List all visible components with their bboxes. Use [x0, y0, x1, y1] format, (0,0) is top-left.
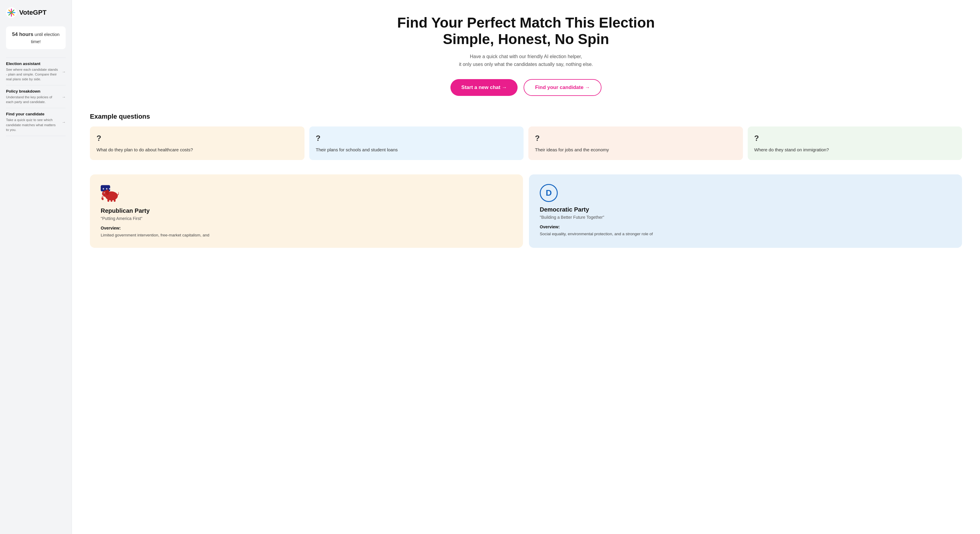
hero-subtitle: Have a quick chat with our friendly AI e… [90, 53, 962, 68]
svg-rect-10 [111, 199, 112, 202]
example-card-text-immigration: Where do they stand on immigration? [754, 146, 956, 153]
republican-party-slogan: "Putting America First" [101, 216, 512, 221]
sidebar-nav: Election assistant See where each candid… [6, 57, 66, 136]
republican-party-name: Republican Party [101, 207, 512, 214]
svg-point-14 [106, 189, 110, 195]
democrat-party-name: Democratic Party [540, 206, 951, 213]
example-q-mark-healthcare: ? [97, 134, 298, 143]
example-cards-grid: ? What do they plan to do about healthca… [90, 126, 962, 160]
example-q-mark-economy: ? [535, 134, 737, 143]
sidebar-item-election-assistant[interactable]: Election assistant See where each candid… [6, 57, 66, 86]
example-card-healthcare[interactable]: ? What do they plan to do about healthca… [90, 126, 304, 160]
example-q-mark-schools: ? [316, 134, 517, 143]
democrat-overview-title: Overview: [540, 224, 951, 229]
hero-title: Find Your Perfect Match This ElectionSim… [90, 14, 962, 47]
democrat-logo-circle: D [540, 184, 558, 202]
democrat-party-slogan: "Building a Better Future Together" [540, 215, 951, 220]
arrow-icon-find: → [62, 120, 66, 124]
countdown-hours: 54 hours [12, 32, 33, 37]
votegpt-logo-icon [6, 7, 17, 18]
cta-buttons: Start a new chat → Find your candidate → [90, 79, 962, 96]
find-candidate-button[interactable]: Find your candidate → [523, 79, 601, 96]
svg-rect-9 [108, 199, 110, 202]
example-card-schools[interactable]: ? Their plans for schools and student lo… [309, 126, 524, 160]
democrat-overview-text: Social equality, environmental protectio… [540, 231, 951, 237]
sidebar-item-desc-policy: Understand the key policies of each part… [6, 95, 66, 104]
svg-point-13 [104, 192, 105, 193]
example-card-immigration[interactable]: ? Where do they stand on immigration? [748, 126, 963, 160]
example-card-text-economy: Their ideas for jobs and the economy [535, 146, 737, 153]
party-card-republican[interactable]: ★ ★ ★ Republica [90, 175, 523, 248]
republican-elephant-icon: ★ ★ ★ [101, 184, 119, 202]
democrat-d-icon: D [546, 188, 552, 198]
example-card-text-healthcare: What do they plan to do about healthcare… [97, 146, 298, 153]
party-cards-grid: ★ ★ ★ Republica [90, 175, 962, 248]
sidebar-item-title-election: Election assistant [6, 62, 66, 66]
republican-overview-title: Overview: [101, 226, 512, 230]
arrow-icon-policy: → [62, 94, 66, 99]
svg-rect-11 [114, 199, 116, 202]
arrow-icon-election: → [62, 69, 66, 74]
countdown-suffix: until election time! [31, 32, 59, 44]
hero-subtitle-line2: it only uses only what the candidates ac… [459, 62, 593, 67]
countdown-box: 54 hours until election time! [6, 26, 66, 49]
examples-section-title: Example questions [90, 113, 962, 121]
hero-subtitle-line1: Have a quick chat with our friendly AI e… [470, 54, 582, 59]
sidebar-item-title-policy: Policy breakdown [6, 89, 66, 94]
logo-area: VoteGPT [6, 7, 66, 18]
example-card-text-schools: Their plans for schools and student loan… [316, 146, 517, 153]
sidebar-item-desc-election: See where each candidate stands - plain … [6, 67, 66, 81]
logo-text: VoteGPT [19, 9, 46, 16]
example-q-mark-immigration: ? [754, 134, 956, 143]
example-card-economy[interactable]: ? Their ideas for jobs and the economy [528, 126, 743, 160]
examples-section: Example questions ? What do they plan to… [90, 113, 962, 160]
sidebar-item-find-candidate[interactable]: Find your candidate Take a quick quiz to… [6, 108, 66, 136]
main-content: Find Your Perfect Match This ElectionSim… [72, 0, 980, 534]
republican-overview-text: Limited government intervention, free-ma… [101, 232, 512, 238]
start-chat-button[interactable]: Start a new chat → [450, 79, 517, 96]
svg-text:★ ★ ★: ★ ★ ★ [102, 187, 111, 190]
party-card-democrat[interactable]: D Democratic Party "Building a Better Fu… [529, 175, 962, 248]
sidebar-item-policy-breakdown[interactable]: Policy breakdown Understand the key poli… [6, 86, 66, 108]
sidebar-item-title-find: Find your candidate [6, 112, 66, 116]
sidebar: VoteGPT 54 hours until election time! El… [0, 0, 72, 534]
sidebar-item-desc-find: Take a quick quiz to see which candidate… [6, 118, 66, 132]
